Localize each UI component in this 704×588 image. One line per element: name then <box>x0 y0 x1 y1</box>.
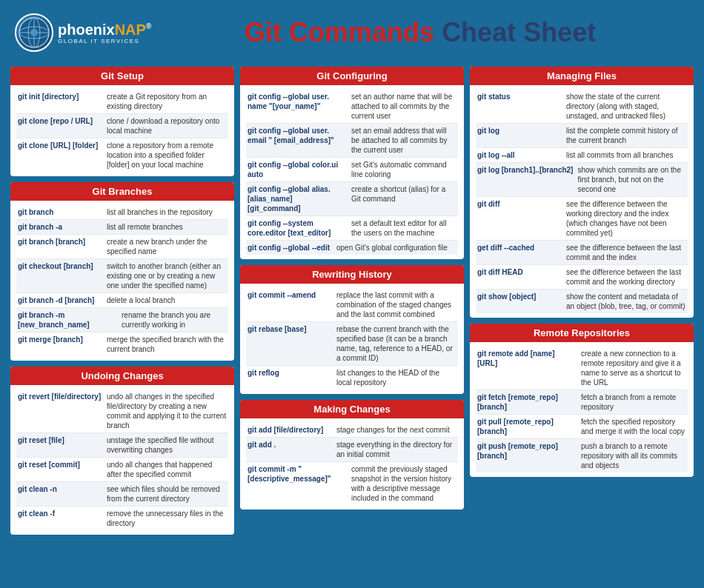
logo-nap: NAP <box>115 21 146 38</box>
table-row: git log list the complete commit history… <box>476 124 688 148</box>
table-row: git branch -d [branch] delete a local br… <box>16 293 228 308</box>
managing-files-header: Managing Files <box>470 67 694 85</box>
making-changes-card: Making Changes git add [file/directory] … <box>240 400 464 510</box>
git-branches-card: Git Branches git branch list all branche… <box>10 182 234 361</box>
table-row: git clone [URL] [folder] clone a reposit… <box>16 138 228 172</box>
table-row: get diff --cached see the difference bet… <box>476 241 688 265</box>
table-row: git branch -a list all remote branches <box>16 220 228 235</box>
col-right: Managing Files git status show the state… <box>470 67 694 535</box>
title-git: Git Commands <box>245 17 442 47</box>
git-branches-header: Git Branches <box>10 182 234 201</box>
table-row: git config --global user. email " [email… <box>246 124 458 158</box>
git-configuring-header: Git Configuring <box>240 67 464 85</box>
table-row: git commit -m " [descriptive_message]" c… <box>246 462 458 505</box>
table-row: git config --global user. name "[your_na… <box>246 90 458 124</box>
making-changes-header: Making Changes <box>240 400 464 418</box>
logo-area: phoenixNAP® GLOBAL IT SERVICES <box>15 13 151 52</box>
managing-files-body: git status show the state of the current… <box>470 85 694 318</box>
git-configuring-card: Git Configuring git config --global user… <box>240 67 464 259</box>
table-row: git revert [file/directory] undo all cha… <box>16 390 228 433</box>
table-row: git reflog list changes to the HEAD of t… <box>246 366 458 390</box>
table-row: git log --all list all commits from all … <box>476 148 688 163</box>
col-left: Git Setup git init [directory] create a … <box>10 67 234 535</box>
rewriting-history-card: Rewriting History git commit --amend rep… <box>240 265 464 394</box>
git-branches-body: git branch list all branches in the repo… <box>10 201 234 361</box>
table-row: git clean -n see which files should be r… <box>16 482 228 507</box>
table-row: git branch -m [new_branch_name] rename t… <box>16 308 228 333</box>
rewriting-history-body: git commit --amend replace the last comm… <box>240 284 464 394</box>
table-row: git add . stage everything in the direct… <box>246 438 458 462</box>
table-row: git diff HEAD see the difference between… <box>476 265 688 290</box>
table-row: git fetch [remote_repo] [branch] fetch a… <box>476 390 688 415</box>
table-row: git checkout [branch] switch to another … <box>16 259 228 293</box>
table-row: git branch list all branches in the repo… <box>16 205 228 220</box>
remote-repositories-card: Remote Repositories git remote add [name… <box>470 324 694 477</box>
table-row: git reset [commit] undo all changes that… <box>16 458 228 482</box>
main-title: Git Commands Cheat Sheet <box>151 17 689 48</box>
table-row: git rebase [base] rebase the current bra… <box>246 322 458 366</box>
git-setup-header: Git Setup <box>10 67 234 85</box>
table-row: git log [branch1]..[branch2] show which … <box>476 163 688 197</box>
logo-text: phoenixNAP® GLOBAL IT SERVICES <box>58 21 151 44</box>
table-row: git config --global alias. [alias_name] … <box>246 182 458 216</box>
table-row: git config --global color.ui auto set Gi… <box>246 158 458 182</box>
git-configuring-body: git config --global user. name "[your_na… <box>240 85 464 259</box>
table-row: git config --global --edit open Git's gl… <box>246 241 458 255</box>
table-row: git reset [file] unstage the specified f… <box>16 433 228 458</box>
table-row: git init [directory] create a Git reposi… <box>16 90 228 114</box>
table-row: git commit --amend replace the last comm… <box>246 288 458 322</box>
table-row: git add [file/directory] stage changes f… <box>246 423 458 438</box>
rewriting-history-header: Rewriting History <box>240 265 464 284</box>
svg-point-5 <box>30 29 38 36</box>
table-row: git branch [branch] create a new branch … <box>16 235 228 259</box>
logo-icon <box>15 13 53 52</box>
undoing-changes-card: Undoing Changes git revert [file/directo… <box>10 367 234 535</box>
page-header: phoenixNAP® GLOBAL IT SERVICES Git Comma… <box>7 7 697 58</box>
undoing-changes-header: Undoing Changes <box>10 367 234 385</box>
remote-repositories-body: git remote add [name] [URL] create a new… <box>470 342 694 477</box>
table-row: git merge [branch] merge the specified b… <box>16 333 228 356</box>
table-row: git show [object] show the content and m… <box>476 290 688 313</box>
table-row: git clone [repo / URL] clone / download … <box>16 114 228 138</box>
title-cheatsheet: Cheat Sheet <box>442 17 596 47</box>
remote-repositories-header: Remote Repositories <box>470 324 694 342</box>
content-grid: Git Setup git init [directory] create a … <box>7 64 697 538</box>
table-row: git diff see the difference between the … <box>476 197 688 241</box>
git-setup-body: git init [directory] create a Git reposi… <box>10 85 234 176</box>
table-row: git config --system core.editor [text_ed… <box>246 216 458 241</box>
table-row: git status show the state of the current… <box>476 90 688 124</box>
undoing-changes-body: git revert [file/directory] undo all cha… <box>10 385 234 535</box>
table-row: git push [remote_repo] [branch] push a b… <box>476 439 688 472</box>
git-setup-card: Git Setup git init [directory] create a … <box>10 67 234 176</box>
table-row: git remote add [name] [URL] create a new… <box>476 347 688 390</box>
logo-subtitle: GLOBAL IT SERVICES <box>58 38 151 44</box>
managing-files-card: Managing Files git status show the state… <box>470 67 694 318</box>
table-row: git clean -f remove the unnecessary file… <box>16 507 228 530</box>
logo-phoenix: phoenix <box>58 21 115 38</box>
making-changes-body: git add [file/directory] stage changes f… <box>240 418 464 510</box>
table-row: git pull [remote_repo] [branch] fetch th… <box>476 415 688 439</box>
col-mid: Git Configuring git config --global user… <box>240 67 464 535</box>
